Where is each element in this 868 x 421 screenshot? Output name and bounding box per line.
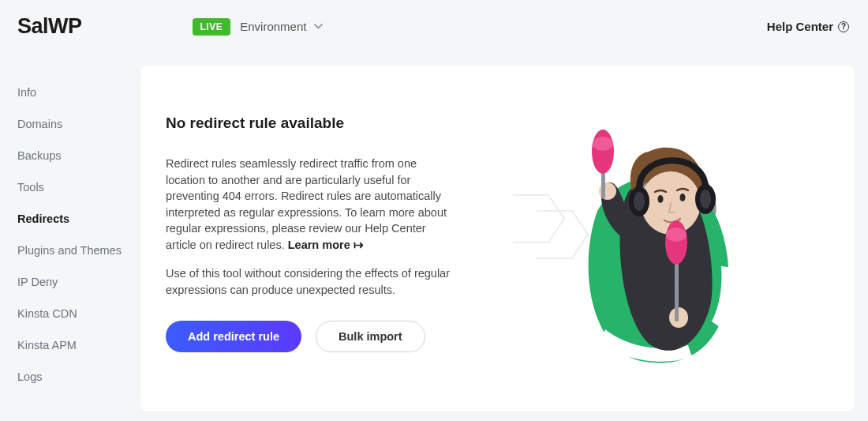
sidebar-item-info[interactable]: Info [17,77,140,108]
content-column: No redirect rule available Redirect rule… [166,100,473,377]
svg-point-2 [679,194,685,201]
help-center-link[interactable]: Help Center ? [767,20,849,33]
sidebar-item-plugins-themes[interactable]: Plugins and Themes [17,235,140,266]
sidebar-item-kinsta-cdn[interactable]: Kinsta CDN [17,298,140,329]
sidebar-item-domains[interactable]: Domains [17,108,140,140]
bulk-import-button[interactable]: Bulk import [316,321,425,352]
sidebar: Info Domains Backups Tools Redirects Plu… [0,48,140,412]
svg-point-13 [665,220,687,265]
panel-description: Redirect rules seamlessly redirect traff… [166,156,458,253]
sidebar-item-backups[interactable]: Backups [17,140,140,171]
help-icon: ? [838,21,849,32]
illustration-area [489,100,823,377]
environment-label: Environment [240,20,306,33]
svg-point-9 [592,130,614,174]
svg-point-5 [634,192,645,211]
button-row: Add redirect rule Bulk import [166,321,473,352]
app-logo: SalWP [17,14,82,39]
environment-badge: LIVE [193,18,231,36]
help-center-label: Help Center [767,20,833,33]
main-panel: No redirect rule available Redirect rule… [140,66,855,412]
panel-title: No redirect rule available [166,115,473,132]
sidebar-item-kinsta-apm[interactable]: Kinsta APM [17,329,140,361]
sidebar-item-ip-deny[interactable]: IP Deny [17,266,140,298]
svg-point-14 [666,227,687,242]
sidebar-item-logs[interactable]: Logs [17,361,140,393]
sidebar-item-tools[interactable]: Tools [17,171,140,203]
top-bar: SalWP LIVE Environment Help Center ? [0,0,868,48]
layout: Info Domains Backups Tools Redirects Plu… [0,48,868,412]
sidebar-item-redirects[interactable]: Redirects [17,203,140,235]
external-arrow-icon: ↦ [354,239,364,251]
add-redirect-rule-button[interactable]: Add redirect rule [166,321,301,352]
panel-description-text: Redirect rules seamlessly redirect traff… [166,157,447,251]
background-chevrons-icon [505,187,631,274]
svg-point-6 [700,190,711,209]
svg-point-10 [593,137,613,151]
learn-more-label: Learn more [288,239,350,251]
panel-warning: Use of this tool without considering the… [166,265,450,298]
svg-point-1 [657,195,663,203]
learn-more-link[interactable]: Learn more↦ [288,239,364,251]
chevron-down-icon[interactable] [314,24,323,29]
